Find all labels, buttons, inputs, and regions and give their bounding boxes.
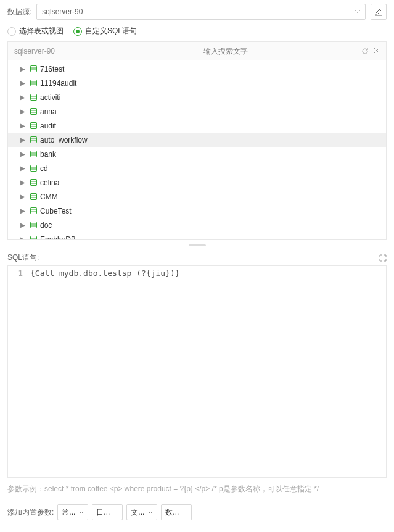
tree-item[interactable]: ▶doc bbox=[8, 218, 386, 232]
tree-item-label: anna bbox=[40, 107, 57, 116]
database-icon bbox=[29, 122, 38, 130]
tree-item[interactable]: ▶11194audit bbox=[8, 76, 386, 90]
svg-rect-27 bbox=[30, 194, 36, 200]
caret-right-icon: ▶ bbox=[20, 165, 27, 172]
tree-item-label: bank bbox=[40, 150, 56, 159]
caret-right-icon: ▶ bbox=[20, 222, 27, 228]
database-icon bbox=[29, 93, 38, 102]
tree-item-label: CMM bbox=[40, 193, 58, 201]
tree-item[interactable]: ▶EnablerDB bbox=[8, 232, 386, 239]
tree-item-label: cd bbox=[40, 164, 48, 173]
datasource-label: 数据源: bbox=[7, 7, 31, 17]
tree-item-label: celina bbox=[40, 178, 59, 187]
radio-custom-label: 自定义SQL语句 bbox=[85, 26, 137, 36]
tree-item[interactable]: ▶activiti bbox=[8, 90, 386, 104]
caret-right-icon: ▶ bbox=[20, 108, 27, 115]
caret-right-icon: ▶ bbox=[20, 80, 27, 86]
tree-item[interactable]: ▶audit bbox=[8, 118, 386, 133]
chevron-down-icon bbox=[113, 511, 118, 514]
tree-item[interactable]: ▶CMM bbox=[8, 189, 386, 204]
line-number: 1 bbox=[8, 266, 27, 477]
param-select-value: 常... bbox=[62, 507, 75, 518]
caret-right-icon: ▶ bbox=[20, 207, 27, 214]
param-select[interactable]: 文... bbox=[126, 504, 157, 520]
datasource-value: sqlserver-90 bbox=[42, 7, 83, 16]
refresh-icon[interactable] bbox=[361, 48, 369, 55]
radio-table-view[interactable]: 选择表或视图 bbox=[7, 26, 64, 36]
tree-item-label: 11194audit bbox=[40, 79, 76, 88]
radio-checked-icon bbox=[73, 27, 82, 36]
chevron-down-icon bbox=[79, 511, 84, 514]
tree-item[interactable]: ▶auto_workflow bbox=[8, 133, 386, 147]
svg-rect-6 bbox=[30, 94, 36, 101]
caret-right-icon: ▶ bbox=[20, 65, 27, 72]
edit-button[interactable] bbox=[371, 4, 387, 20]
edit-icon bbox=[374, 7, 383, 16]
database-icon bbox=[29, 193, 38, 201]
svg-rect-21 bbox=[30, 165, 36, 172]
svg-rect-30 bbox=[30, 208, 36, 214]
database-icon bbox=[29, 150, 38, 159]
param-hint: 参数示例：select * from coffee <p> where prod… bbox=[0, 478, 394, 501]
database-icon bbox=[29, 221, 38, 230]
svg-rect-15 bbox=[30, 137, 36, 143]
param-select-value: 日... bbox=[96, 507, 110, 518]
radio-table-label: 选择表或视图 bbox=[19, 26, 64, 36]
database-icon bbox=[29, 79, 38, 88]
param-select-value: 数... bbox=[165, 507, 179, 518]
svg-rect-36 bbox=[30, 236, 36, 240]
param-select-value: 文... bbox=[131, 507, 144, 518]
caret-right-icon: ▶ bbox=[20, 136, 27, 143]
tree-item[interactable]: ▶bank bbox=[8, 147, 386, 161]
database-icon bbox=[29, 107, 38, 116]
caret-right-icon: ▶ bbox=[20, 151, 27, 157]
radio-custom-sql[interactable]: 自定义SQL语句 bbox=[73, 26, 137, 36]
caret-right-icon: ▶ bbox=[20, 193, 27, 200]
tree-item-label: audit bbox=[40, 122, 56, 130]
caret-right-icon: ▶ bbox=[20, 236, 27, 239]
resize-handle[interactable] bbox=[0, 243, 394, 247]
search-input[interactable] bbox=[203, 47, 361, 56]
tree-item[interactable]: ▶CubeTest bbox=[8, 204, 386, 218]
database-icon bbox=[29, 164, 38, 173]
database-icon bbox=[29, 65, 38, 73]
tree-item-label: EnablerDB bbox=[40, 235, 76, 240]
database-icon bbox=[29, 207, 38, 215]
database-icon bbox=[29, 178, 38, 187]
param-select[interactable]: 日... bbox=[92, 504, 123, 520]
database-icon bbox=[29, 235, 38, 240]
tree-body[interactable]: ▶716test▶11194audit▶activiti▶anna▶audit▶… bbox=[8, 60, 386, 239]
close-icon[interactable] bbox=[374, 48, 380, 55]
tree-item-label: CubeTest bbox=[40, 207, 72, 215]
caret-right-icon: ▶ bbox=[20, 94, 27, 101]
param-select[interactable]: 常... bbox=[57, 504, 88, 520]
svg-rect-9 bbox=[30, 109, 36, 115]
sql-code[interactable]: {Call mydb.dbo.testsp (?{jiu})} bbox=[27, 266, 386, 477]
svg-rect-3 bbox=[30, 80, 36, 86]
radio-unchecked-icon bbox=[7, 27, 16, 36]
param-select[interactable]: 数... bbox=[161, 504, 192, 520]
sql-label: SQL语句: bbox=[7, 252, 39, 263]
svg-rect-24 bbox=[30, 180, 36, 186]
database-icon bbox=[29, 136, 38, 144]
tree-item[interactable]: ▶anna bbox=[8, 104, 386, 118]
tree-item[interactable]: ▶celina bbox=[8, 175, 386, 189]
expand-icon[interactable] bbox=[379, 254, 387, 262]
tree-breadcrumb: sqlserver-90 bbox=[8, 42, 197, 60]
chevron-down-icon bbox=[183, 511, 187, 514]
tree-item-label: auto_workflow bbox=[40, 136, 88, 144]
chevron-down-icon bbox=[148, 511, 153, 514]
caret-right-icon: ▶ bbox=[20, 179, 27, 186]
caret-right-icon: ▶ bbox=[20, 122, 27, 129]
tree-item[interactable]: ▶cd bbox=[8, 161, 386, 175]
sql-editor[interactable]: 1 {Call mydb.dbo.testsp (?{jiu})} bbox=[7, 265, 387, 478]
add-param-label: 添加内置参数: bbox=[7, 507, 54, 518]
tree-item-label: activiti bbox=[40, 93, 60, 102]
tree-item[interactable]: ▶716test bbox=[8, 62, 386, 76]
tree-item-label: doc bbox=[40, 221, 52, 230]
svg-rect-12 bbox=[30, 123, 36, 129]
svg-rect-18 bbox=[30, 151, 36, 157]
tree-item-label: 716test bbox=[40, 65, 64, 73]
datasource-select[interactable]: sqlserver-90 bbox=[36, 4, 366, 20]
svg-rect-0 bbox=[30, 66, 36, 72]
